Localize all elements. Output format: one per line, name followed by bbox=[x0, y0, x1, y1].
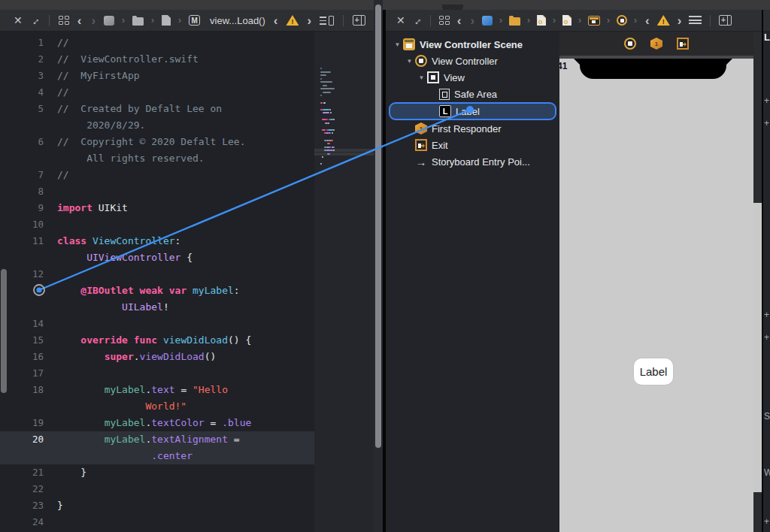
code-line[interactable]: 16 super.viewDidLoad() bbox=[0, 349, 314, 365]
outline-row-label[interactable]: LLabel bbox=[389, 102, 556, 120]
scrollbar-thumb[interactable] bbox=[375, 5, 381, 448]
breadcrumb-context-label[interactable]: view...Load() bbox=[210, 15, 265, 26]
code-line[interactable]: UILabel! bbox=[0, 299, 314, 316]
line-number-gutter[interactable]: 4 bbox=[0, 84, 44, 101]
forward-button[interactable]: › bbox=[89, 14, 97, 27]
code-line[interactable]: 21 } bbox=[0, 464, 314, 481]
code-line[interactable]: UIViewController { bbox=[0, 249, 314, 266]
code-line[interactable]: 6// Copyright © 2020 Defalt Lee. bbox=[0, 134, 314, 150]
line-number-gutter[interactable]: 3 bbox=[0, 68, 44, 84]
disclosure-triangle[interactable]: ▼ bbox=[416, 74, 427, 81]
storyboard-canvas[interactable]: 1 41 Label bbox=[559, 32, 753, 532]
outline-row-view-controller-scene[interactable]: ▼View Controller Scene bbox=[386, 36, 559, 53]
code-line[interactable]: 4// bbox=[0, 84, 314, 101]
outline-row-view-controller[interactable]: ▼View Controller bbox=[386, 53, 559, 69]
editor-options-icon[interactable] bbox=[689, 16, 702, 26]
line-number-gutter[interactable]: 8 bbox=[0, 183, 44, 200]
related-items-button[interactable] bbox=[439, 16, 450, 25]
view-icon[interactable] bbox=[617, 15, 627, 26]
code-line[interactable]: 17 bbox=[0, 365, 314, 382]
editor-scrollbar[interactable] bbox=[374, 0, 383, 532]
add-editor-button[interactable]: + bbox=[719, 15, 732, 26]
line-number-gutter[interactable]: 23 bbox=[0, 497, 44, 514]
previous-issue-button[interactable]: ‹ bbox=[644, 14, 651, 27]
code-line[interactable]: @IBOutlet weak var myLabel: bbox=[0, 283, 314, 299]
code-line[interactable]: 23} bbox=[0, 497, 314, 514]
line-number-gutter[interactable]: 24 bbox=[0, 514, 44, 530]
minimap-toggle-icon[interactable] bbox=[320, 16, 334, 26]
line-number-gutter[interactable]: 2 bbox=[0, 51, 44, 68]
line-number-gutter[interactable]: 6 bbox=[0, 134, 44, 150]
code-line[interactable]: All rights reserved. bbox=[0, 150, 314, 167]
document-outline[interactable]: ▼View Controller Scene▼View Controller▼V… bbox=[386, 32, 559, 532]
back-button[interactable]: ‹ bbox=[76, 14, 83, 27]
outline-row-exit[interactable]: Exit bbox=[386, 137, 559, 153]
phone-screen[interactable]: 41 Label bbox=[559, 59, 753, 532]
line-number-gutter[interactable]: 19 bbox=[0, 415, 44, 431]
folder-icon[interactable] bbox=[132, 17, 144, 26]
line-number-gutter[interactable]: 20 bbox=[0, 431, 44, 448]
code-line[interactable]: 1// bbox=[0, 35, 314, 51]
code-line[interactable]: 8 bbox=[0, 183, 314, 200]
canvas-label[interactable]: Label bbox=[634, 358, 673, 385]
next-issue-button[interactable]: › bbox=[676, 14, 684, 27]
outline-row-safe-area[interactable]: Safe Area bbox=[386, 86, 559, 102]
outline-row-first-responder[interactable]: 1First Responder bbox=[386, 120, 559, 137]
code-line[interactable]: 7// bbox=[0, 167, 314, 183]
view-controller-icon[interactable] bbox=[588, 16, 600, 26]
source-editor[interactable]: 1//2// ViewController.swift3// MyFirstAp… bbox=[0, 32, 383, 532]
canvas-scroll-column[interactable] bbox=[753, 32, 762, 532]
folder-icon[interactable] bbox=[509, 17, 520, 26]
storyboard-file-icon[interactable] bbox=[562, 15, 571, 26]
line-number-gutter[interactable]: 7 bbox=[0, 167, 44, 183]
close-editor-button[interactable]: ✕ bbox=[396, 15, 405, 26]
code-line[interactable]: 14 bbox=[0, 316, 314, 332]
code-line[interactable]: 9import UIKit bbox=[0, 200, 314, 216]
line-number-gutter[interactable]: 9 bbox=[0, 200, 44, 216]
next-issue-button[interactable]: › bbox=[305, 14, 313, 27]
code-line[interactable]: 11class ViewController: bbox=[0, 233, 314, 249]
exit-dock-icon[interactable] bbox=[677, 38, 689, 50]
forward-button[interactable]: › bbox=[468, 14, 476, 27]
back-button[interactable]: ‹ bbox=[456, 14, 463, 27]
code-line[interactable]: 18 myLabel.text = "Hello bbox=[0, 382, 314, 398]
code-line[interactable]: 19 myLabel.textColor = .blue bbox=[0, 415, 314, 431]
code-line[interactable]: 5// Created by Defalt Lee on bbox=[0, 101, 314, 117]
related-items-button[interactable] bbox=[59, 16, 69, 25]
line-number-gutter[interactable]: 1 bbox=[0, 35, 44, 51]
code-line[interactable]: 10 bbox=[0, 216, 314, 233]
previous-issue-button[interactable]: ‹ bbox=[272, 14, 280, 27]
disclosure-triangle[interactable]: ▼ bbox=[404, 58, 415, 65]
line-number-gutter[interactable]: 11 bbox=[0, 233, 44, 249]
swift-file-icon[interactable] bbox=[162, 15, 171, 26]
disclosure-triangle[interactable]: ▼ bbox=[392, 41, 403, 48]
first-responder-dock-icon[interactable]: 1 bbox=[650, 38, 662, 50]
close-editor-button[interactable]: ✕ bbox=[14, 15, 23, 26]
outline-row-storyboard-entry-poi[interactable]: →Storyboard Entry Poi... bbox=[386, 153, 559, 170]
canvas-scrollbar-thumb[interactable] bbox=[1, 269, 7, 393]
code-line[interactable]: 20 myLabel.textAlignment = bbox=[0, 431, 314, 448]
line-number-gutter[interactable]: 5 bbox=[0, 101, 44, 117]
code-line[interactable]: 22 bbox=[0, 481, 314, 497]
code-line[interactable]: 15 override func viewDidLoad() { bbox=[0, 332, 314, 349]
add-editor-button[interactable]: + bbox=[353, 15, 365, 26]
code-line[interactable]: 2// ViewController.swift bbox=[0, 51, 314, 68]
code-line[interactable]: 3// MyFirstApp bbox=[0, 68, 314, 84]
line-number-gutter[interactable]: 22 bbox=[0, 481, 44, 497]
project-icon[interactable] bbox=[482, 16, 493, 26]
code-line[interactable]: World!" bbox=[0, 398, 314, 415]
code-line[interactable]: 24 bbox=[0, 514, 314, 530]
outline-row-view[interactable]: ▼View bbox=[386, 69, 559, 86]
expand-editor-button[interactable]: ↔ bbox=[27, 13, 42, 28]
method-badge-icon[interactable]: M bbox=[189, 15, 200, 26]
code-line[interactable]: 2020/8/29. bbox=[0, 117, 314, 134]
code-line[interactable]: 12 bbox=[0, 266, 314, 283]
warning-icon[interactable]: ! bbox=[657, 15, 670, 26]
storyboard-file-icon[interactable] bbox=[537, 15, 546, 26]
expand-editor-button[interactable]: ↔ bbox=[409, 13, 424, 28]
view-controller-dock-icon[interactable] bbox=[624, 38, 636, 50]
line-number-gutter[interactable]: 21 bbox=[0, 464, 44, 481]
code-line[interactable]: .center bbox=[0, 448, 314, 464]
code-minimap[interactable] bbox=[314, 32, 374, 532]
line-number-gutter[interactable]: 10 bbox=[0, 216, 44, 233]
